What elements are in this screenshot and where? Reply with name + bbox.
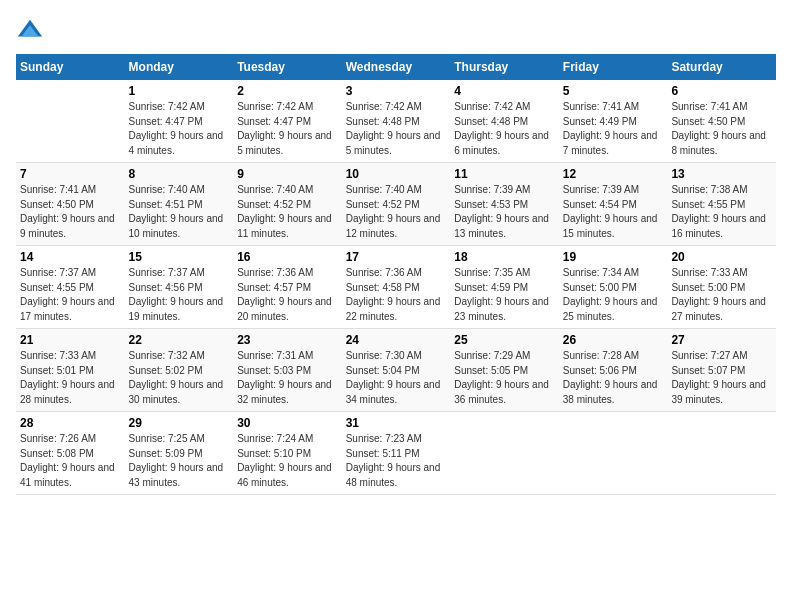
calendar-cell: 15Sunrise: 7:37 AMSunset: 4:56 PMDayligh… (125, 246, 234, 329)
day-header-friday: Friday (559, 54, 668, 80)
cell-info: Sunrise: 7:24 AMSunset: 5:10 PMDaylight:… (237, 432, 338, 490)
date-number: 3 (346, 84, 447, 98)
calendar-cell: 29Sunrise: 7:25 AMSunset: 5:09 PMDayligh… (125, 412, 234, 495)
date-number: 26 (563, 333, 664, 347)
date-number: 27 (671, 333, 772, 347)
calendar-cell: 13Sunrise: 7:38 AMSunset: 4:55 PMDayligh… (667, 163, 776, 246)
cell-info: Sunrise: 7:39 AMSunset: 4:53 PMDaylight:… (454, 183, 555, 241)
calendar-cell: 3Sunrise: 7:42 AMSunset: 4:48 PMDaylight… (342, 80, 451, 163)
calendar-cell: 22Sunrise: 7:32 AMSunset: 5:02 PMDayligh… (125, 329, 234, 412)
date-number: 11 (454, 167, 555, 181)
calendar-week-2: 7Sunrise: 7:41 AMSunset: 4:50 PMDaylight… (16, 163, 776, 246)
date-number: 25 (454, 333, 555, 347)
date-number: 6 (671, 84, 772, 98)
logo-icon (16, 16, 44, 44)
cell-info: Sunrise: 7:42 AMSunset: 4:47 PMDaylight:… (129, 100, 230, 158)
page-header (16, 16, 776, 44)
cell-info: Sunrise: 7:33 AMSunset: 5:00 PMDaylight:… (671, 266, 772, 324)
cell-info: Sunrise: 7:35 AMSunset: 4:59 PMDaylight:… (454, 266, 555, 324)
cell-info: Sunrise: 7:33 AMSunset: 5:01 PMDaylight:… (20, 349, 121, 407)
date-number: 13 (671, 167, 772, 181)
calendar-cell: 12Sunrise: 7:39 AMSunset: 4:54 PMDayligh… (559, 163, 668, 246)
date-number: 4 (454, 84, 555, 98)
date-number: 24 (346, 333, 447, 347)
calendar-cell: 28Sunrise: 7:26 AMSunset: 5:08 PMDayligh… (16, 412, 125, 495)
calendar-cell: 17Sunrise: 7:36 AMSunset: 4:58 PMDayligh… (342, 246, 451, 329)
calendar-cell: 18Sunrise: 7:35 AMSunset: 4:59 PMDayligh… (450, 246, 559, 329)
cell-info: Sunrise: 7:40 AMSunset: 4:51 PMDaylight:… (129, 183, 230, 241)
calendar-cell: 6Sunrise: 7:41 AMSunset: 4:50 PMDaylight… (667, 80, 776, 163)
day-header-wednesday: Wednesday (342, 54, 451, 80)
cell-info: Sunrise: 7:42 AMSunset: 4:48 PMDaylight:… (346, 100, 447, 158)
date-number: 30 (237, 416, 338, 430)
date-number: 14 (20, 250, 121, 264)
calendar-cell: 23Sunrise: 7:31 AMSunset: 5:03 PMDayligh… (233, 329, 342, 412)
date-number: 18 (454, 250, 555, 264)
calendar-cell: 11Sunrise: 7:39 AMSunset: 4:53 PMDayligh… (450, 163, 559, 246)
calendar-cell: 14Sunrise: 7:37 AMSunset: 4:55 PMDayligh… (16, 246, 125, 329)
cell-info: Sunrise: 7:34 AMSunset: 5:00 PMDaylight:… (563, 266, 664, 324)
calendar-cell (667, 412, 776, 495)
calendar-week-3: 14Sunrise: 7:37 AMSunset: 4:55 PMDayligh… (16, 246, 776, 329)
date-number: 5 (563, 84, 664, 98)
calendar-cell: 4Sunrise: 7:42 AMSunset: 4:48 PMDaylight… (450, 80, 559, 163)
cell-info: Sunrise: 7:40 AMSunset: 4:52 PMDaylight:… (346, 183, 447, 241)
cell-info: Sunrise: 7:25 AMSunset: 5:09 PMDaylight:… (129, 432, 230, 490)
calendar-cell: 16Sunrise: 7:36 AMSunset: 4:57 PMDayligh… (233, 246, 342, 329)
cell-info: Sunrise: 7:42 AMSunset: 4:47 PMDaylight:… (237, 100, 338, 158)
calendar-cell: 30Sunrise: 7:24 AMSunset: 5:10 PMDayligh… (233, 412, 342, 495)
cell-info: Sunrise: 7:29 AMSunset: 5:05 PMDaylight:… (454, 349, 555, 407)
calendar-cell: 19Sunrise: 7:34 AMSunset: 5:00 PMDayligh… (559, 246, 668, 329)
date-number: 21 (20, 333, 121, 347)
calendar-cell: 5Sunrise: 7:41 AMSunset: 4:49 PMDaylight… (559, 80, 668, 163)
cell-info: Sunrise: 7:39 AMSunset: 4:54 PMDaylight:… (563, 183, 664, 241)
calendar-header-row: SundayMondayTuesdayWednesdayThursdayFrid… (16, 54, 776, 80)
cell-info: Sunrise: 7:36 AMSunset: 4:58 PMDaylight:… (346, 266, 447, 324)
date-number: 28 (20, 416, 121, 430)
calendar-body: 1Sunrise: 7:42 AMSunset: 4:47 PMDaylight… (16, 80, 776, 495)
calendar-cell: 10Sunrise: 7:40 AMSunset: 4:52 PMDayligh… (342, 163, 451, 246)
calendar-cell: 20Sunrise: 7:33 AMSunset: 5:00 PMDayligh… (667, 246, 776, 329)
cell-info: Sunrise: 7:40 AMSunset: 4:52 PMDaylight:… (237, 183, 338, 241)
calendar-cell: 25Sunrise: 7:29 AMSunset: 5:05 PMDayligh… (450, 329, 559, 412)
cell-info: Sunrise: 7:23 AMSunset: 5:11 PMDaylight:… (346, 432, 447, 490)
cell-info: Sunrise: 7:41 AMSunset: 4:50 PMDaylight:… (20, 183, 121, 241)
calendar-table: SundayMondayTuesdayWednesdayThursdayFrid… (16, 54, 776, 495)
date-number: 9 (237, 167, 338, 181)
calendar-cell: 8Sunrise: 7:40 AMSunset: 4:51 PMDaylight… (125, 163, 234, 246)
cell-info: Sunrise: 7:31 AMSunset: 5:03 PMDaylight:… (237, 349, 338, 407)
logo (16, 16, 48, 44)
calendar-week-1: 1Sunrise: 7:42 AMSunset: 4:47 PMDaylight… (16, 80, 776, 163)
calendar-week-4: 21Sunrise: 7:33 AMSunset: 5:01 PMDayligh… (16, 329, 776, 412)
calendar-cell: 2Sunrise: 7:42 AMSunset: 4:47 PMDaylight… (233, 80, 342, 163)
date-number: 10 (346, 167, 447, 181)
date-number: 17 (346, 250, 447, 264)
cell-info: Sunrise: 7:36 AMSunset: 4:57 PMDaylight:… (237, 266, 338, 324)
calendar-cell (450, 412, 559, 495)
calendar-cell: 9Sunrise: 7:40 AMSunset: 4:52 PMDaylight… (233, 163, 342, 246)
date-number: 19 (563, 250, 664, 264)
cell-info: Sunrise: 7:38 AMSunset: 4:55 PMDaylight:… (671, 183, 772, 241)
date-number: 2 (237, 84, 338, 98)
cell-info: Sunrise: 7:42 AMSunset: 4:48 PMDaylight:… (454, 100, 555, 158)
day-header-monday: Monday (125, 54, 234, 80)
calendar-week-5: 28Sunrise: 7:26 AMSunset: 5:08 PMDayligh… (16, 412, 776, 495)
calendar-cell (559, 412, 668, 495)
date-number: 22 (129, 333, 230, 347)
cell-info: Sunrise: 7:41 AMSunset: 4:49 PMDaylight:… (563, 100, 664, 158)
date-number: 15 (129, 250, 230, 264)
cell-info: Sunrise: 7:30 AMSunset: 5:04 PMDaylight:… (346, 349, 447, 407)
calendar-cell: 31Sunrise: 7:23 AMSunset: 5:11 PMDayligh… (342, 412, 451, 495)
date-number: 16 (237, 250, 338, 264)
calendar-cell: 26Sunrise: 7:28 AMSunset: 5:06 PMDayligh… (559, 329, 668, 412)
cell-info: Sunrise: 7:27 AMSunset: 5:07 PMDaylight:… (671, 349, 772, 407)
date-number: 7 (20, 167, 121, 181)
calendar-cell: 24Sunrise: 7:30 AMSunset: 5:04 PMDayligh… (342, 329, 451, 412)
calendar-cell (16, 80, 125, 163)
date-number: 31 (346, 416, 447, 430)
calendar-cell: 1Sunrise: 7:42 AMSunset: 4:47 PMDaylight… (125, 80, 234, 163)
day-header-saturday: Saturday (667, 54, 776, 80)
calendar-cell: 7Sunrise: 7:41 AMSunset: 4:50 PMDaylight… (16, 163, 125, 246)
cell-info: Sunrise: 7:32 AMSunset: 5:02 PMDaylight:… (129, 349, 230, 407)
date-number: 8 (129, 167, 230, 181)
